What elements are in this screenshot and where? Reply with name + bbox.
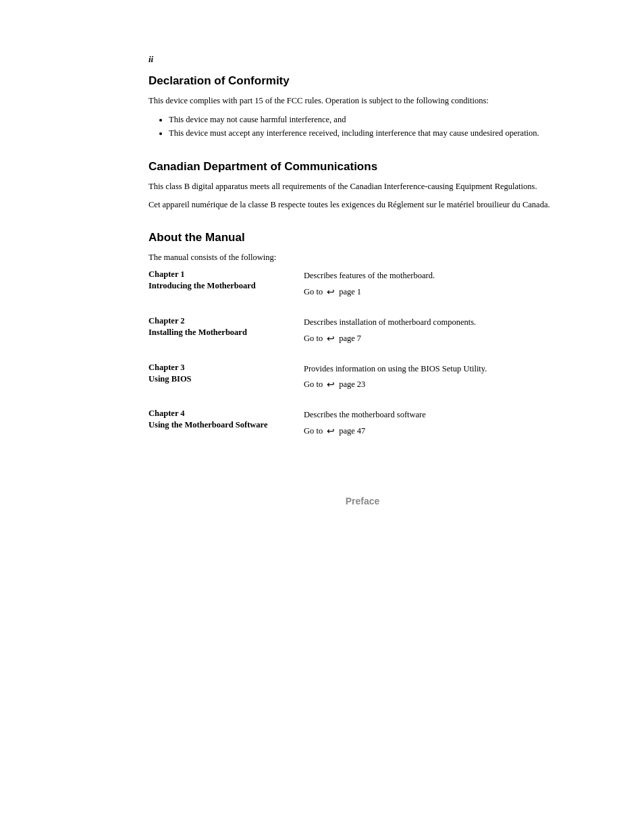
chapter-2-description: Describes installation of motherboard co… <box>304 316 576 329</box>
chapter-4-left: Chapter 4 Using the Motherboard Software <box>149 409 304 430</box>
chapter-4-goto: Go to ↩ page 47 <box>304 424 576 438</box>
chapter-2-number: Chapter 2 <box>149 316 304 326</box>
chapter-1-left: Chapter 1 Introducing the Motherboard <box>149 269 304 291</box>
chapter-4-number: Chapter 4 <box>149 409 304 419</box>
preface-footer: Preface <box>149 496 576 506</box>
chapter-4-name: Using the Motherboard Software <box>149 420 304 430</box>
chapter-4-right: Describes the motherboard software Go to… <box>304 409 576 438</box>
chapter-1-name: Introducing the Motherboard <box>149 281 304 291</box>
chapters-container: Chapter 1 Introducing the Motherboard De… <box>149 269 576 442</box>
canadian-title: Canadian Department of Communications <box>149 160 576 174</box>
chapter-1-page-ref: page 1 <box>339 286 361 298</box>
chapter-3-page-ref: page 23 <box>339 378 365 391</box>
bullet-item-2: This device must accept any interference… <box>169 126 576 140</box>
about-section: About the Manual The manual consists of … <box>149 231 576 264</box>
chapter-2-goto: Go to ↩ page 7 <box>304 332 576 346</box>
chapter-1-number: Chapter 1 <box>149 269 304 280</box>
chapter-2-name: Installing the Motherboard <box>149 328 304 338</box>
declaration-title: Declaration of Conformity <box>149 74 576 88</box>
chapter-2-page-ref: page 7 <box>339 332 361 345</box>
chapter-3-goto-text: Go to <box>304 378 323 391</box>
declaration-paragraph1: This device complies with part 15 of the… <box>149 95 576 107</box>
chapter-3-goto: Go to ↩ page 23 <box>304 377 576 392</box>
chapter-4-row: Chapter 4 Using the Motherboard Software… <box>149 409 576 442</box>
canadian-paragraph1: This class B digital apparatus meets all… <box>149 180 576 193</box>
about-title: About the Manual <box>149 231 576 244</box>
chapter-3-right: Provides information on using the BIOS S… <box>304 363 576 392</box>
chapter-2-row: Chapter 2 Installing the Motherboard Des… <box>149 316 576 349</box>
chapter-1-right: Describes features of the motherboard. G… <box>304 269 576 299</box>
page-number: ii <box>149 54 153 65</box>
page: ii Declaration of Conformity This device… <box>0 0 644 834</box>
chapter-3-left: Chapter 3 Using BIOS <box>149 363 304 384</box>
chapter-1-goto-text: Go to <box>304 286 323 298</box>
chapter-3-description: Provides information on using the BIOS S… <box>304 363 576 375</box>
chapter-2-left: Chapter 2 Installing the Motherboard <box>149 316 304 338</box>
chapter-3-row: Chapter 3 Using BIOS Provides informatio… <box>149 363 576 396</box>
canadian-section: Canadian Department of Communications Th… <box>149 160 576 211</box>
chapter-1-row: Chapter 1 Introducing the Motherboard De… <box>149 269 576 303</box>
chapter-2-right: Describes installation of motherboard co… <box>304 316 576 346</box>
chapter-1-description: Describes features of the motherboard. <box>304 269 576 282</box>
chapter-3-number: Chapter 3 <box>149 363 304 373</box>
chapter-4-arrow: ↩ <box>327 424 335 438</box>
chapter-3-name: Using BIOS <box>149 374 304 384</box>
declaration-bullets: This device may not cause harmful interf… <box>169 113 576 140</box>
chapter-4-description: Describes the motherboard software <box>304 409 576 421</box>
bullet-item-1: This device may not cause harmful interf… <box>169 113 576 126</box>
chapter-4-goto-text: Go to <box>304 425 323 438</box>
chapter-1-goto: Go to ↩ page 1 <box>304 285 576 299</box>
about-intro: The manual consists of the following: <box>149 251 576 264</box>
chapter-2-arrow: ↩ <box>327 332 335 346</box>
chapter-4-page-ref: page 47 <box>339 425 365 438</box>
chapter-3-arrow: ↩ <box>327 377 335 392</box>
preface-label: Preface <box>346 496 380 506</box>
chapter-1-arrow: ↩ <box>327 285 335 299</box>
canadian-paragraph2: Cet appareil numérique de la classe B re… <box>149 199 576 211</box>
chapter-2-goto-text: Go to <box>304 332 323 345</box>
declaration-section: Declaration of Conformity This device co… <box>149 74 576 140</box>
